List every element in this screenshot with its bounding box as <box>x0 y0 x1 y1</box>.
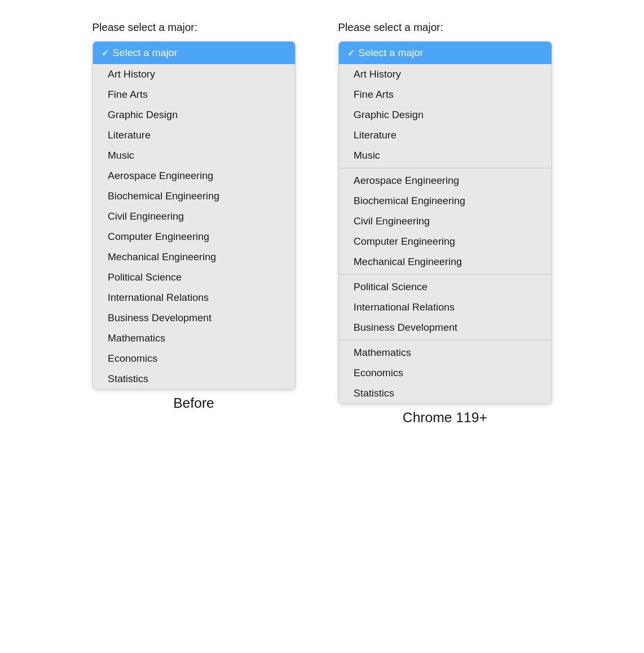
right-selected-option[interactable]: ✓ Select a major <box>339 42 552 64</box>
list-item[interactable]: Mathematics <box>339 343 552 363</box>
checkmark-icon: ✓ <box>102 48 108 58</box>
list-item[interactable]: Aerospace Engineering <box>93 166 295 186</box>
list-item[interactable]: Economics <box>93 348 295 369</box>
list-item[interactable]: International Relations <box>339 297 552 317</box>
left-options-list: Art HistoryFine ArtsGraphic DesignLitera… <box>93 64 295 389</box>
left-selected-label: Select a major <box>113 47 177 59</box>
right-column: Please select a major: ✓ Select a major … <box>338 21 552 426</box>
list-item[interactable]: Fine Arts <box>339 84 552 105</box>
list-item[interactable]: Computer Engineering <box>93 227 295 247</box>
list-item[interactable]: Mechanical Engineering <box>339 252 552 272</box>
list-item[interactable]: Civil Engineering <box>93 206 295 227</box>
list-item[interactable]: Statistics <box>339 383 552 403</box>
left-selected-option[interactable]: ✓ Select a major <box>93 42 295 64</box>
list-item[interactable]: Political Science <box>93 267 295 287</box>
option-divider <box>339 274 552 275</box>
list-item[interactable]: Music <box>339 145 552 166</box>
page-container: Please select a major: ✓ Select a major … <box>11 21 633 426</box>
list-item[interactable]: Mechanical Engineering <box>93 247 295 267</box>
list-item[interactable]: Biochemical Engineering <box>339 191 552 211</box>
list-item[interactable]: Civil Engineering <box>339 211 552 231</box>
list-item[interactable]: Computer Engineering <box>339 231 552 252</box>
right-prompt: Please select a major: <box>338 21 444 34</box>
left-column: Please select a major: ✓ Select a major … <box>92 21 296 411</box>
list-item[interactable]: Statistics <box>93 369 295 389</box>
list-item[interactable]: Art History <box>93 64 295 84</box>
list-item[interactable]: Graphic Design <box>93 105 295 125</box>
left-caption: Before <box>92 395 296 411</box>
option-divider <box>339 168 552 168</box>
option-divider <box>339 340 552 340</box>
list-item[interactable]: Music <box>93 145 295 166</box>
list-item[interactable]: Aerospace Engineering <box>339 170 552 191</box>
list-item[interactable]: Business Development <box>93 308 295 328</box>
list-item[interactable]: Economics <box>339 363 552 383</box>
right-selected-label: Select a major <box>359 47 423 59</box>
list-item[interactable]: Business Development <box>339 317 552 338</box>
list-item[interactable]: International Relations <box>93 287 295 308</box>
list-item[interactable]: Fine Arts <box>93 84 295 105</box>
list-item[interactable]: Mathematics <box>93 328 295 348</box>
list-item[interactable]: Political Science <box>339 277 552 297</box>
right-options-list: Art HistoryFine ArtsGraphic DesignLitera… <box>339 64 552 403</box>
right-caption: Chrome 119+ <box>338 409 552 426</box>
list-item[interactable]: Art History <box>339 64 552 84</box>
list-item[interactable]: Graphic Design <box>339 105 552 125</box>
list-item[interactable]: Literature <box>93 125 295 145</box>
right-dropdown[interactable]: ✓ Select a major Art HistoryFine ArtsGra… <box>338 41 552 404</box>
left-prompt: Please select a major: <box>92 21 198 34</box>
left-dropdown[interactable]: ✓ Select a major Art HistoryFine ArtsGra… <box>92 41 296 390</box>
list-item[interactable]: Biochemical Engineering <box>93 186 295 206</box>
list-item[interactable]: Literature <box>339 125 552 145</box>
right-checkmark-icon: ✓ <box>347 48 354 58</box>
